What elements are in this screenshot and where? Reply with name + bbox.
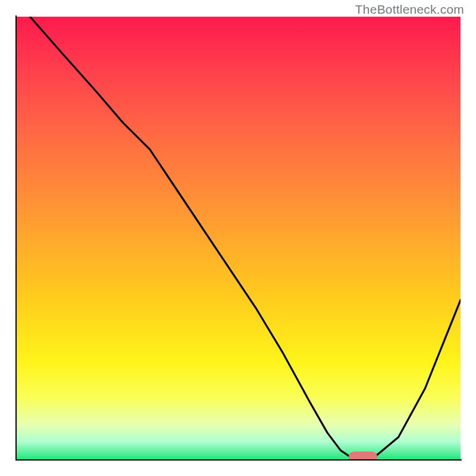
y-axis [15, 15, 17, 461]
bottleneck-curve-svg [17, 17, 461, 459]
plot-area [17, 17, 461, 459]
optimal-marker [349, 452, 377, 459]
x-axis [15, 459, 462, 461]
watermark-text: TheBottleneck.com [355, 2, 464, 17]
bottleneck-curve-path [30, 17, 461, 459]
chart-container: TheBottleneck.com [0, 0, 476, 476]
